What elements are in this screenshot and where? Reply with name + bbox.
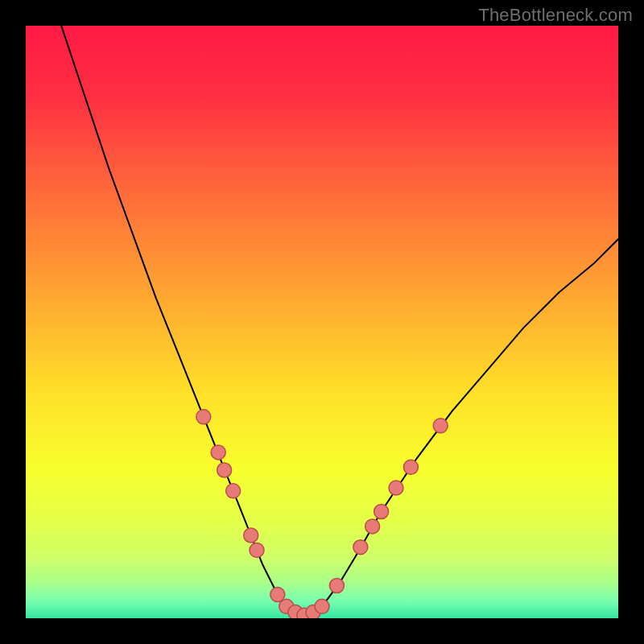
data-marker bbox=[217, 463, 232, 477]
watermark-text: TheBottleneck.com bbox=[478, 5, 633, 26]
data-marker bbox=[315, 599, 329, 613]
data-marker bbox=[374, 505, 389, 519]
data-marker bbox=[353, 540, 368, 555]
data-marker bbox=[226, 484, 241, 498]
data-marker bbox=[365, 519, 380, 534]
data-marker bbox=[211, 445, 225, 460]
data-marker bbox=[329, 579, 344, 593]
data-marker bbox=[244, 528, 258, 543]
data-marker bbox=[433, 419, 448, 433]
chart-frame bbox=[26, 26, 618, 618]
chart-svg bbox=[26, 26, 618, 618]
data-marker bbox=[403, 460, 418, 474]
data-marker bbox=[250, 543, 264, 557]
data-marker bbox=[389, 481, 403, 495]
data-marker bbox=[196, 410, 211, 424]
